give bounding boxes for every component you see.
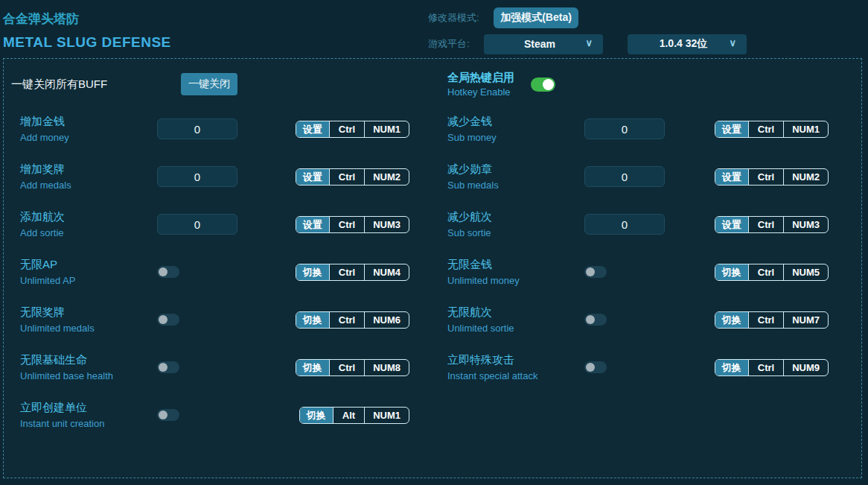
hotkey-action-button[interactable]: 切换 <box>715 264 748 280</box>
hotkey-action-button[interactable]: 设置 <box>715 169 748 185</box>
hotkey-enable-label-cn: 全局热键启用 <box>447 71 531 85</box>
cheat-row-instant-unit-creation: 立即创建单位 Instant unit creation 切换 Alt NUM1 <box>4 391 436 439</box>
hotkey-group: 设置 Ctrl NUM3 <box>715 216 829 233</box>
hotkey-group: 设置 Ctrl NUM2 <box>296 168 409 186</box>
cheat-label-en: Unlimited medals <box>20 323 157 334</box>
hotkey-action-button[interactable]: 切换 <box>715 312 748 328</box>
hotkey-action-button[interactable]: 切换 <box>300 408 333 423</box>
game-title-cn: 合金弹头塔防 <box>3 10 79 28</box>
toggle-knob <box>159 315 167 324</box>
cheat-label-en: Add money <box>20 132 157 143</box>
hotkey-num-key[interactable]: NUM4 <box>364 264 409 280</box>
cheat-label-cn: 立即创建单位 <box>20 401 157 415</box>
hotkey-num-key[interactable]: NUM2 <box>783 169 828 185</box>
hotkey-action-button[interactable]: 切换 <box>296 360 329 375</box>
hotkey-num-key[interactable]: NUM7 <box>783 312 828 328</box>
hotkey-mod-key[interactable]: Ctrl <box>329 169 364 185</box>
hotkey-num-key[interactable]: NUM1 <box>364 121 409 137</box>
value-input[interactable] <box>584 166 665 187</box>
hotkey-mod-key[interactable]: Ctrl <box>748 264 783 280</box>
hotkey-action-button[interactable]: 切换 <box>296 264 329 280</box>
hotkey-num-key[interactable]: NUM1 <box>364 408 409 423</box>
hotkey-mod-key[interactable]: Ctrl <box>748 121 783 137</box>
hotkey-num-key[interactable]: NUM3 <box>364 217 409 232</box>
hotkey-action-button[interactable]: 设置 <box>715 121 748 137</box>
hotkey-group: 切换 Ctrl NUM7 <box>715 311 829 329</box>
toggle-knob <box>586 267 595 276</box>
hotkey-num-key[interactable]: NUM6 <box>364 312 409 328</box>
hotkey-group: 切换 Ctrl NUM5 <box>715 264 829 281</box>
toggle-switch[interactable] <box>157 314 179 326</box>
value-input[interactable] <box>157 118 237 139</box>
hotkey-action-button[interactable]: 切换 <box>715 360 748 375</box>
cheat-label-cn: 减少航次 <box>447 210 584 224</box>
cheat-row-sub-sortie: 减少航次 Sub sortie 设置 Ctrl NUM3 <box>436 200 861 248</box>
game-title-en: METAL SLUG DEFENSE <box>3 34 171 51</box>
toggle-switch[interactable] <box>584 314 607 326</box>
global-hotkey-row: 全局热键启用 Hotkey Enable <box>436 59 861 105</box>
hotkey-action-button[interactable]: 切换 <box>296 312 329 328</box>
cheat-label-cn: 增加金钱 <box>20 115 157 129</box>
hotkey-mod-key[interactable]: Ctrl <box>329 121 364 137</box>
cheat-label-en: Instant special attack <box>447 370 584 381</box>
hotkey-group: 切换 Ctrl NUM4 <box>296 264 409 281</box>
hotkey-group: 设置 Ctrl NUM2 <box>715 168 829 186</box>
cheat-label-cn: 减少勋章 <box>447 162 584 177</box>
cheat-row-instant-special-attack: 立即特殊攻击 Instant special attack 切换 Ctrl NU… <box>436 343 861 391</box>
hotkey-mod-key[interactable]: Ctrl <box>329 360 364 375</box>
cheat-label-en: Unlimited base health <box>20 370 157 381</box>
toggle-switch[interactable] <box>584 361 607 373</box>
cheat-label-cn: 增加奖牌 <box>20 162 157 177</box>
hotkey-group: 设置 Ctrl NUM1 <box>715 121 829 138</box>
hotkey-num-key[interactable]: NUM1 <box>783 121 828 137</box>
hotkey-action-button[interactable]: 设置 <box>296 169 329 185</box>
hotkey-enable-label-en: Hotkey Enable <box>447 86 531 98</box>
cheat-row-sub-money: 减少金钱 Sub money 设置 Ctrl NUM1 <box>436 105 861 153</box>
cheat-row-add-money: 增加金钱 Add money 设置 Ctrl NUM1 <box>4 105 436 153</box>
hotkey-group: 设置 Ctrl NUM1 <box>296 121 409 138</box>
cheat-label-cn: 无限基础生命 <box>20 353 157 367</box>
hotkey-enable-toggle[interactable] <box>531 77 555 92</box>
mode-button[interactable]: 加强模式(Beta) <box>494 7 578 28</box>
hotkey-action-button[interactable]: 设置 <box>296 217 329 232</box>
toggle-knob <box>159 363 167 372</box>
toggle-switch[interactable] <box>157 361 179 373</box>
toggle-switch[interactable] <box>584 266 607 278</box>
hotkey-mod-key[interactable]: Ctrl <box>748 312 783 328</box>
hotkey-mod-key[interactable]: Ctrl <box>748 217 783 232</box>
hotkey-num-key[interactable]: NUM9 <box>783 360 828 375</box>
hotkey-mod-key[interactable]: Ctrl <box>329 312 364 328</box>
value-input[interactable] <box>157 214 237 235</box>
value-input[interactable] <box>157 166 237 187</box>
hotkey-action-button[interactable]: 设置 <box>296 121 329 137</box>
hotkey-num-key[interactable]: NUM3 <box>783 217 828 232</box>
cheat-label-cn: 减少金钱 <box>447 115 584 129</box>
toggle-knob <box>586 315 595 324</box>
cheat-row-sub-medals: 减少勋章 Sub medals 设置 Ctrl NUM2 <box>436 153 861 200</box>
toggle-switch[interactable] <box>157 409 179 421</box>
value-input[interactable] <box>584 214 665 235</box>
platform-select[interactable]: Steam ∨ <box>484 34 603 54</box>
cheat-label-en: Add medals <box>20 180 157 191</box>
hotkey-mod-key[interactable]: Ctrl <box>329 217 364 232</box>
version-select[interactable]: 1.0.4 32位 ∨ <box>628 34 747 54</box>
buff-master-row: 一键关闭所有BUFF 一键关闭 <box>4 59 436 105</box>
value-input[interactable] <box>584 118 665 139</box>
cheat-label-en: Unlimited sortie <box>447 323 584 334</box>
hotkey-action-button[interactable]: 设置 <box>715 217 748 232</box>
hotkey-num-key[interactable]: NUM5 <box>783 264 828 280</box>
hotkey-num-key[interactable]: NUM2 <box>364 169 409 185</box>
hotkey-group: 切换 Alt NUM1 <box>299 407 409 424</box>
hotkey-num-key[interactable]: NUM8 <box>364 360 409 375</box>
trainer-settings: 修改器模式: 加强模式(Beta) 游戏平台: Steam ∨ 1.0.4 32… <box>428 7 747 54</box>
cheat-label-en: Add sortie <box>20 227 157 238</box>
cheat-label-en: Instant unit creation <box>20 418 157 429</box>
toggle-switch[interactable] <box>157 266 179 278</box>
hotkey-mod-key[interactable]: Ctrl <box>748 360 783 375</box>
close-all-buff-button[interactable]: 一键关闭 <box>181 73 237 95</box>
hotkey-mod-key[interactable]: Ctrl <box>748 169 783 185</box>
toggle-knob <box>159 267 167 276</box>
cheat-label-en: Sub money <box>447 132 584 143</box>
hotkey-mod-key[interactable]: Alt <box>333 408 364 423</box>
hotkey-mod-key[interactable]: Ctrl <box>329 264 364 280</box>
